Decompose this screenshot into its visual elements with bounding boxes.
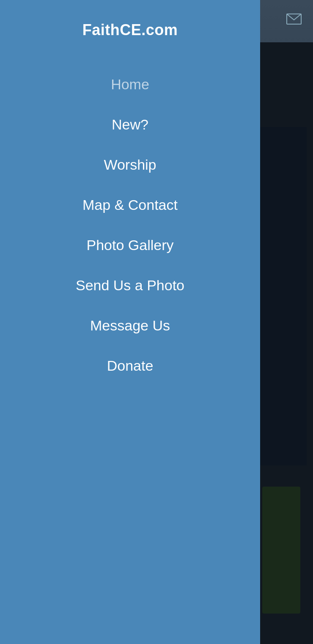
nav-item-photo-gallery[interactable]: Photo Gallery	[0, 225, 260, 265]
nav-item-message-us[interactable]: Message Us	[0, 305, 260, 346]
nav-item-donate[interactable]: Donate	[0, 346, 260, 386]
nav-item-new[interactable]: New?	[0, 105, 260, 145]
sidebar: FaithCE.com Home New? Worship Map & Cont…	[0, 0, 260, 644]
building-silhouette	[258, 42, 313, 644]
envelope-icon	[286, 14, 302, 25]
nav-item-home[interactable]: Home	[0, 64, 260, 105]
nav-item-worship[interactable]: Worship	[0, 145, 260, 185]
nav-item-map-contact[interactable]: Map & Contact	[0, 185, 260, 225]
nav-item-send-photo[interactable]: Send Us a Photo	[0, 265, 260, 305]
email-icon-button[interactable]	[283, 8, 305, 30]
site-title: FaithCE.com	[82, 21, 178, 39]
nav-menu: Home New? Worship Map & Contact Photo Ga…	[0, 64, 260, 386]
